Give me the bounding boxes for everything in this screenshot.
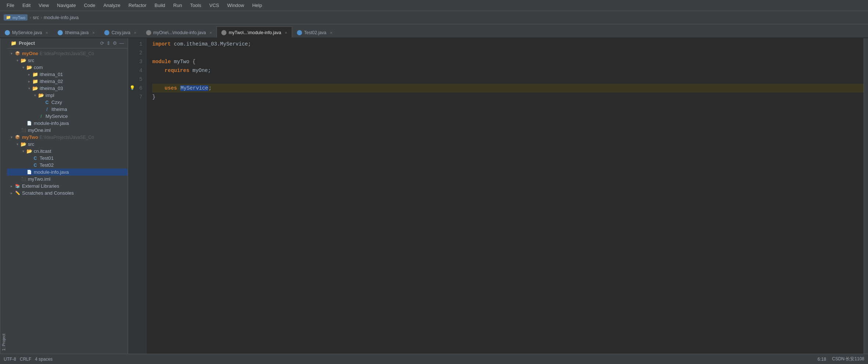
project-icon: 📁: [6, 15, 11, 20]
tree-ext-libs[interactable]: 📚 External Libraries: [7, 183, 128, 190]
tab-close-myone-module[interactable]: ×: [210, 30, 212, 35]
tree-itheima02[interactable]: 📁 itheima_02: [7, 78, 128, 85]
bulb-icon: 💡: [130, 84, 135, 93]
src-label: src: [28, 58, 34, 63]
side-panel-project[interactable]: 1: Project: [0, 38, 7, 354]
menu-file[interactable]: File: [3, 1, 18, 10]
tree-mytwo-root[interactable]: 📦 myTwo E:\IdeaProjects\JavaSE_Co: [7, 134, 128, 141]
arrow-com: [20, 65, 26, 69]
itheima-class-icon: I: [44, 107, 50, 112]
status-crlf[interactable]: CRLF: [20, 357, 31, 362]
status-indent[interactable]: 4 spaces: [35, 357, 52, 362]
menu-analyze[interactable]: Analyze: [100, 1, 124, 10]
project-badge[interactable]: 📁 myTwo: [4, 14, 28, 21]
tree-impl[interactable]: 📂 impl: [7, 92, 128, 99]
tree-myone-root[interactable]: 📦 myOne E:\IdeaProjects\JavaSE_Co: [7, 50, 128, 57]
line-num-4: 4: [128, 66, 146, 75]
menu-code[interactable]: Code: [80, 1, 99, 10]
menu-edit[interactable]: Edit: [19, 1, 34, 10]
tree-mytwo-src[interactable]: 📂 src: [7, 141, 128, 148]
tab-close-test02[interactable]: ×: [330, 30, 332, 35]
tree-myservice[interactable]: ▸ I MyService: [7, 113, 128, 120]
myone-module-icon: 📄: [26, 121, 33, 126]
itheima03-label: itheima_03: [40, 86, 63, 91]
arrow-mytwo: [8, 135, 14, 139]
tab-czxy[interactable]: Czxy.java ×: [99, 26, 141, 38]
itheima03-icon: 📂: [32, 86, 39, 91]
tree-scratches[interactable]: ✏️ Scratches and Consoles: [7, 190, 128, 197]
code-line-1: import com.itheima_03.MyService;: [152, 40, 864, 48]
tab-test02[interactable]: Test02.java ×: [292, 26, 337, 38]
code-editor[interactable]: import com.itheima_03.MyService; module …: [146, 38, 864, 354]
tab-label-mytwo-module: myTwo\...\module-info.java: [229, 30, 281, 35]
status-line-col: 6:18: [818, 357, 826, 362]
tree-com[interactable]: 📂 com: [7, 64, 128, 71]
expand-icon[interactable]: ⇕: [106, 40, 110, 46]
ext-libs-icon: 📚: [14, 184, 21, 189]
menu-refactor[interactable]: Refactor: [125, 1, 150, 10]
tab-close-myservice[interactable]: ×: [46, 30, 48, 35]
tab-close-mytwo-module[interactable]: ×: [285, 30, 287, 35]
itheima02-icon: 📁: [32, 79, 39, 84]
tabbar: MyService.java × Itheima.java × Czxy.jav…: [0, 24, 868, 38]
menu-build[interactable]: Build: [151, 1, 169, 10]
arrow-mytwo-src: [14, 142, 20, 146]
tab-itheima[interactable]: Itheima.java ×: [53, 26, 99, 38]
status-watermark: CSDN·长安1108: [832, 356, 864, 362]
cn-itcast-icon: 📂: [26, 149, 33, 154]
tree-myone-src[interactable]: 📂 src: [7, 57, 128, 64]
mytwo-src-label: src: [28, 141, 34, 147]
menu-window[interactable]: Window: [224, 1, 248, 10]
arrow-impl: [32, 93, 38, 97]
myservice-icon: I: [38, 114, 44, 119]
arrow-itheima03: [26, 86, 32, 90]
tree-test01[interactable]: ▸ C Test01: [7, 155, 128, 162]
tree-itheima03[interactable]: 📂 itheima_03: [7, 85, 128, 92]
tab-close-czxy[interactable]: ×: [134, 30, 136, 35]
breadcrumb-sep2: ›: [41, 15, 42, 20]
src-icon: 📂: [20, 58, 27, 63]
breadcrumb-src[interactable]: src: [33, 15, 39, 20]
menu-run[interactable]: Run: [170, 1, 186, 10]
test01-icon: C: [32, 156, 39, 161]
tab-myservice[interactable]: MyService.java ×: [0, 26, 53, 38]
arrow-itheima01: [26, 72, 32, 76]
mytwo-iml-label: myTwo.iml: [28, 176, 50, 182]
menu-navigate[interactable]: Navigate: [53, 1, 79, 10]
arrow-test02: ▸: [26, 163, 32, 167]
myone-iml-label: myOne.iml: [28, 127, 51, 133]
tab-label-czxy: Czxy.java: [112, 30, 130, 35]
tree-mytwo-iml[interactable]: ▸ ⬛ myTwo.iml: [7, 176, 128, 183]
menu-help[interactable]: Help: [248, 1, 266, 10]
statusbar-right: 6:18 CSDN·长安1108: [818, 356, 864, 362]
sync-icon[interactable]: ⟳: [100, 40, 104, 46]
itheima02-label: itheima_02: [40, 79, 63, 84]
tab-myone-module[interactable]: myOne\...\module-info.java ×: [141, 26, 217, 38]
menu-tools[interactable]: Tools: [186, 1, 205, 10]
breadcrumb-sep1: ›: [30, 15, 31, 20]
tree-cn-itcast[interactable]: 📂 cn.itcast: [7, 148, 128, 155]
myservice-label: MyService: [46, 113, 68, 119]
tab-label-myone-module: myOne\...\module-info.java: [153, 30, 206, 35]
tree-itheima01[interactable]: 📁 itheima_01: [7, 71, 128, 78]
arrow-itheima02: [26, 79, 32, 83]
arrow-mytwo-iml: ▸: [14, 177, 20, 181]
minimize-icon[interactable]: —: [119, 40, 124, 46]
tree-test02[interactable]: ▸ C Test02: [7, 162, 128, 169]
arrow-czxy: ▸: [38, 100, 44, 104]
line-num-2: 2: [128, 48, 146, 57]
code-line-7: }: [152, 93, 864, 101]
menu-vcs[interactable]: VCS: [206, 1, 223, 10]
tree-mytwo-module-file[interactable]: ▸ 📄 module-info.java: [7, 169, 128, 176]
breadcrumb-file[interactable]: module-info.java: [44, 15, 79, 20]
test02-label: Test02: [40, 162, 54, 168]
tree-myone-module-file[interactable]: ▸ 📄 module-info.java: [7, 120, 128, 127]
tab-mytwo-module[interactable]: myTwo\...\module-info.java ×: [217, 26, 292, 38]
tree-czxy[interactable]: ▸ C Czxy: [7, 99, 128, 106]
tree-myone-iml[interactable]: ▸ ⬛ myOne.iml: [7, 127, 128, 134]
settings-icon[interactable]: ⚙: [113, 40, 117, 46]
tab-close-itheima[interactable]: ×: [92, 30, 95, 35]
tree-itheima-class[interactable]: ▸ I Itheima: [7, 106, 128, 113]
menu-view[interactable]: View: [35, 1, 52, 10]
status-encoding[interactable]: UTF-8: [4, 357, 16, 362]
